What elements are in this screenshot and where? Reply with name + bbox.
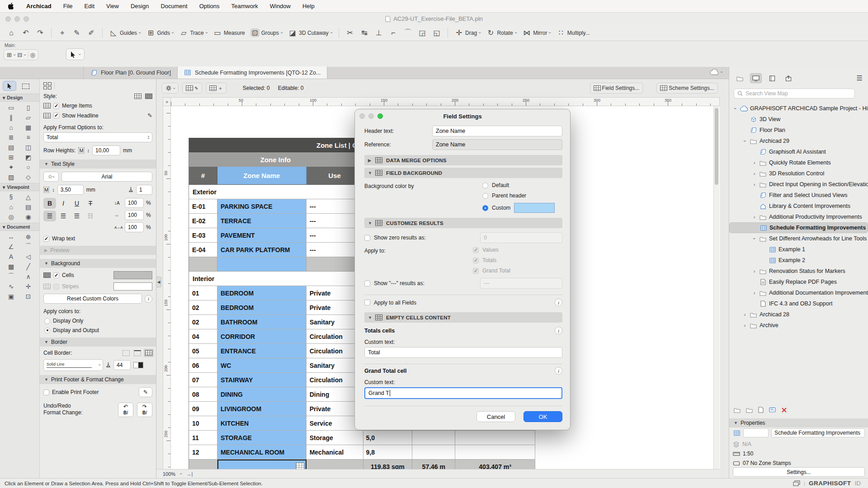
reset-custom-colors-button[interactable]: Reset Custom Colors xyxy=(43,294,142,304)
border-all-button[interactable] xyxy=(145,350,152,356)
dialog-close-button[interactable] xyxy=(359,113,365,119)
groups-button[interactable]: ⊡Groups› xyxy=(248,27,285,38)
tree-expand-icon[interactable]: › xyxy=(752,214,757,220)
tool-hotspot[interactable]: ✛ xyxy=(20,282,37,291)
totals-custom-text-input[interactable]: Total xyxy=(364,347,562,358)
tool-fill[interactable]: ▩ xyxy=(3,262,20,272)
font-select[interactable]: Arial xyxy=(61,172,152,182)
scheme-settings-button[interactable]: Scheme Settings... xyxy=(656,83,718,94)
tool-beam[interactable]: ∥ xyxy=(3,113,20,122)
bg-default-radio[interactable] xyxy=(482,183,488,188)
undo-button[interactable]: ↶ xyxy=(19,27,33,38)
redo-format-button[interactable]: ↷BI xyxy=(137,403,152,417)
find-select-button[interactable]: ⌖ xyxy=(56,28,69,38)
enable-print-footer-checkbox[interactable] xyxy=(43,389,49,395)
tool-roof[interactable]: ⌂ xyxy=(3,122,20,132)
rotate-button[interactable]: ↻Rotate› xyxy=(484,27,519,38)
tree-expand-icon[interactable]: › xyxy=(742,323,747,328)
font-size-input[interactable]: 3,50 xyxy=(57,185,84,195)
tool-section[interactable]: § xyxy=(3,192,20,202)
align-left-button[interactable]: ☰ xyxy=(43,211,56,221)
border-outline-button[interactable] xyxy=(134,350,141,356)
layout-book-button[interactable] xyxy=(766,73,778,83)
show-headline-checkbox[interactable]: ✓ xyxy=(53,113,59,118)
marquee-presets[interactable]: ⊞› ⊟› ◎ xyxy=(4,49,38,60)
3d-cutaway-button[interactable]: ◪3D Cutaway› xyxy=(286,27,335,38)
tool-skylight[interactable]: ◩ xyxy=(20,152,37,162)
totals-info-button[interactable]: i xyxy=(555,327,562,334)
cancel-button[interactable]: Cancel xyxy=(476,411,515,422)
tool-lamp[interactable]: ○ xyxy=(20,162,37,172)
tree-item-additional-productivity-improvements[interactable]: ›Additional Productivity Improvements xyxy=(729,211,868,222)
show-dash-checkbox[interactable] xyxy=(364,281,370,286)
tool-wall[interactable]: ▭ xyxy=(3,103,20,113)
table-row[interactable]: 11STORAGEStorage5,0 xyxy=(189,431,535,445)
align-button[interactable]: ⊥ xyxy=(372,27,386,38)
view-map-button[interactable] xyxy=(750,73,762,83)
grand-total-info-button[interactable]: i xyxy=(555,367,562,375)
line-type-select[interactable]: Solid Line › xyxy=(43,359,103,371)
tree-expand-icon[interactable]: › xyxy=(742,139,748,144)
apply-all-info-button[interactable]: i xyxy=(555,299,562,306)
windows-overlap-icon[interactable] xyxy=(793,480,800,486)
tool-morph[interactable]: ◇ xyxy=(20,172,37,182)
stretch-button[interactable]: ◱ xyxy=(430,27,443,38)
tool-camera[interactable]: ◉ xyxy=(20,212,37,222)
tree-item-easily-replace-pdf-pages[interactable]: Easily Replace PDF Pages xyxy=(729,277,868,287)
display-only-radio[interactable] xyxy=(44,318,50,324)
trace-button[interactable]: ▱Trace› xyxy=(177,27,210,38)
menu-view[interactable]: View xyxy=(106,3,119,9)
tool-zone[interactable]: ▨ xyxy=(3,172,20,182)
zoom-menu-chevron[interactable]: › xyxy=(179,473,184,474)
ok-button[interactable]: OK xyxy=(524,411,562,422)
split-button[interactable]: ✂ xyxy=(343,27,357,38)
tree-item-set-different-arrowheads-for-line-tools[interactable]: ›Set Different Arrowheads for Line Tools xyxy=(729,233,868,244)
menu-design[interactable]: Design xyxy=(131,3,149,9)
column-header-[interactable]: # xyxy=(189,167,217,185)
bg-custom-radio[interactable] xyxy=(482,205,488,211)
align-right-button[interactable]: ☰ xyxy=(71,211,83,221)
apply-format-select[interactable]: Total ▴▾ xyxy=(43,132,152,142)
tool-spline[interactable]: ∿ xyxy=(3,282,20,291)
stripes-checkbox[interactable] xyxy=(53,284,59,290)
scheme-options-button[interactable]: › xyxy=(162,83,179,94)
tree-item-archive[interactable]: ›Archive xyxy=(729,320,868,331)
tree-expand-icon[interactable]: › xyxy=(752,268,757,274)
tool-column[interactable]: ▯ xyxy=(20,103,37,113)
arrow-tool-button[interactable]: › xyxy=(66,48,85,60)
width-factor-input[interactable]: 100 xyxy=(125,210,144,220)
tool-curtain-wall[interactable]: ▤ xyxy=(3,142,20,152)
favorites-button[interactable]: ☆› xyxy=(43,172,59,182)
tool-figure[interactable]: ▣ xyxy=(3,291,20,301)
grand-custom-text-input[interactable]: Grand T xyxy=(364,387,562,399)
properties-header[interactable]: ▼ Properties xyxy=(729,418,868,427)
toolbox-group-document[interactable]: ▾ Document xyxy=(0,223,39,231)
pane-grid-button[interactable] xyxy=(43,82,52,89)
menu-edit[interactable]: Edit xyxy=(85,3,94,9)
strikethrough-button[interactable]: T xyxy=(84,198,97,209)
tool-detail[interactable]: ◎ xyxy=(3,212,20,222)
tree-expand-icon[interactable]: › xyxy=(752,160,757,165)
toolbox-group-viewpoint[interactable]: ▾ Viewpoint xyxy=(0,183,39,191)
merge-cells-button[interactable]: ＋ xyxy=(206,83,226,94)
tool-railing[interactable]: ≡ xyxy=(20,132,37,142)
minimize-window-button[interactable] xyxy=(14,16,20,22)
tree-item-direct-input-opening-in-section-elevatio[interactable]: ›Direct Input Opening in Section/Elevati… xyxy=(729,179,868,190)
project-chooser-button[interactable] xyxy=(734,73,745,83)
graphisoft-id[interactable]: ID xyxy=(855,480,861,487)
tool-radial-dimension[interactable]: ∠ xyxy=(3,242,20,252)
view-id-input[interactable] xyxy=(743,428,769,437)
border-pen-swatch[interactable] xyxy=(133,362,143,368)
edit-pencil-icon[interactable]: ✎ xyxy=(147,112,152,119)
marquee-tool[interactable] xyxy=(19,81,33,92)
border-none-button[interactable] xyxy=(123,350,130,356)
adjust-button[interactable]: ↹ xyxy=(358,27,371,38)
apply-to-checkbox[interactable]: ✓ xyxy=(473,247,479,253)
menu-teamwork[interactable]: Teamwork xyxy=(231,3,258,9)
redo-button[interactable]: ↷ xyxy=(33,27,47,38)
print-footer-edit-button[interactable]: ✎ xyxy=(139,387,152,397)
view-name-input[interactable]: Schedule Formatting Improvements xyxy=(771,428,865,437)
tool-arc[interactable]: ⌒ xyxy=(3,272,20,282)
guides-button[interactable]: ◺Guides› xyxy=(107,27,143,38)
inject-parameters-button[interactable]: ✐ xyxy=(85,27,98,38)
